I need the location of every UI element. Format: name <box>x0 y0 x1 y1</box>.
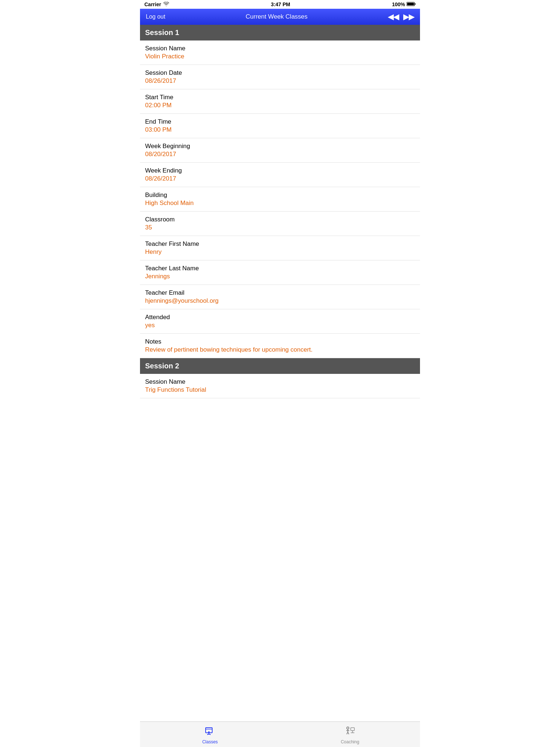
field-row: Week Ending08/26/2017 <box>140 163 420 187</box>
field-label: Classroom <box>145 216 415 223</box>
field-value: Trig Functions Tutorial <box>145 386 415 394</box>
field-value: yes <box>145 322 415 329</box>
session-1-header: Session 1 <box>140 25 420 40</box>
status-bar: Carrier 3:47 PM 100% <box>140 0 420 9</box>
wifi-icon <box>163 1 169 7</box>
field-row: Attendedyes <box>140 309 420 334</box>
field-row: Teacher First NameHenry <box>140 236 420 260</box>
field-label: Attended <box>145 314 415 321</box>
tab-classes[interactable]: Classes <box>140 722 280 747</box>
session-2-header: Session 2 <box>140 358 420 374</box>
field-value: Henry <box>145 248 415 256</box>
carrier-label: Carrier <box>144 1 161 7</box>
svg-rect-2 <box>407 3 414 5</box>
svg-point-5 <box>208 731 210 733</box>
field-label: End Time <box>145 118 415 125</box>
tab-coaching[interactable]: Coaching <box>280 722 420 747</box>
tab-classes-label: Classes <box>202 739 218 744</box>
field-label: Teacher First Name <box>145 240 415 248</box>
svg-rect-1 <box>415 3 416 5</box>
field-row: Session NameTrig Functions Tutorial <box>140 374 420 398</box>
classes-icon <box>204 725 216 738</box>
field-value: 35 <box>145 224 415 231</box>
content-area: Session 1Session NameViolin PracticeSess… <box>140 25 420 747</box>
field-row: Start Time02:00 PM <box>140 89 420 114</box>
field-row: Teacher Last NameJennings <box>140 260 420 285</box>
field-row: Classroom35 <box>140 212 420 236</box>
field-label: Session Name <box>145 378 415 386</box>
svg-line-14 <box>348 732 349 734</box>
field-label: Teacher Last Name <box>145 265 415 272</box>
field-label: Session Date <box>145 69 415 77</box>
field-value: Violin Practice <box>145 53 415 60</box>
status-right: 100% <box>392 1 416 7</box>
field-row: BuildingHigh School Main <box>140 187 420 212</box>
field-value: 08/20/2017 <box>145 151 415 158</box>
field-row: NotesReview of pertinent bowing techniqu… <box>140 334 420 358</box>
svg-rect-15 <box>351 728 354 731</box>
field-label: Session Name <box>145 45 415 52</box>
tab-coaching-label: Coaching <box>341 739 359 744</box>
field-label: Notes <box>145 338 415 345</box>
nav-controls: ◀◀ ▶▶ <box>388 12 414 21</box>
field-label: Teacher Email <box>145 289 415 297</box>
status-left: Carrier <box>144 1 169 7</box>
next-button[interactable]: ▶▶ <box>403 12 414 21</box>
field-label: Week Beginning <box>145 143 415 150</box>
coaching-icon <box>344 725 356 738</box>
field-label: Building <box>145 191 415 199</box>
field-value: 02:00 PM <box>145 102 415 109</box>
field-value: Jennings <box>145 273 415 280</box>
field-value: 08/26/2017 <box>145 77 415 85</box>
field-value: 08/26/2017 <box>145 175 415 182</box>
field-label: Start Time <box>145 94 415 101</box>
logout-button[interactable]: Log out <box>146 13 165 20</box>
battery-label: 100% <box>392 1 405 7</box>
field-row: Teacher Emailhjennings@yourschool.org <box>140 285 420 309</box>
field-value: hjennings@yourschool.org <box>145 297 415 305</box>
field-label: Week Ending <box>145 167 415 174</box>
tab-bar: Classes Coaching <box>140 721 420 747</box>
svg-point-10 <box>347 727 349 729</box>
nav-title: Current Week Classes <box>246 13 308 20</box>
field-value: 03:00 PM <box>145 126 415 133</box>
prev-button[interactable]: ◀◀ <box>388 12 399 21</box>
nav-bar: Log out Current Week Classes ◀◀ ▶▶ <box>140 9 420 25</box>
battery-icon <box>407 1 416 7</box>
field-row: End Time03:00 PM <box>140 114 420 138</box>
status-time: 3:47 PM <box>271 1 290 7</box>
field-value: High School Main <box>145 200 415 207</box>
field-row: Session NameViolin Practice <box>140 40 420 65</box>
field-row: Week Beginning08/20/2017 <box>140 138 420 163</box>
field-row: Session Date08/26/2017 <box>140 65 420 89</box>
field-value: Review of pertinent bowing techniques fo… <box>145 346 415 353</box>
